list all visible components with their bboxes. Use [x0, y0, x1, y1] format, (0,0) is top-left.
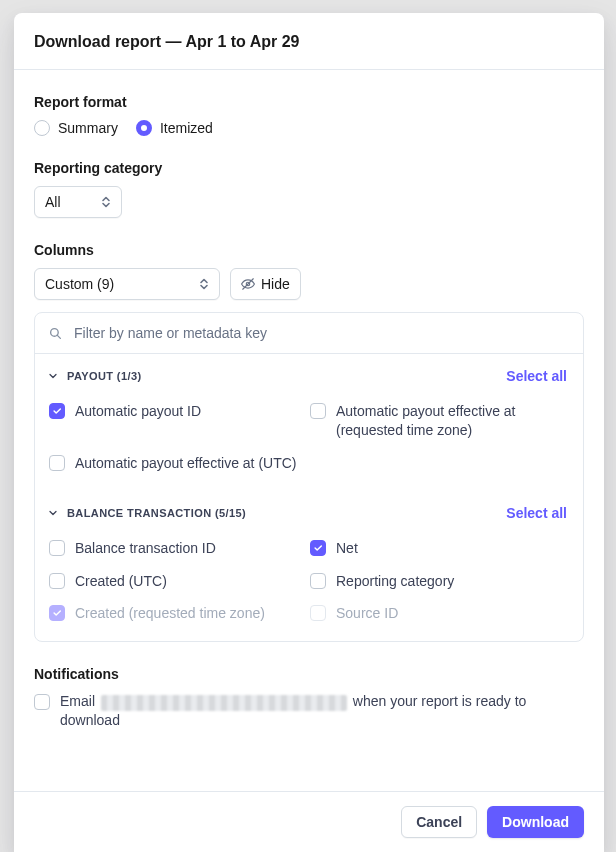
- hide-columns-button[interactable]: Hide: [230, 268, 301, 300]
- radio-summary[interactable]: Summary: [34, 120, 118, 136]
- columns-panel: PAYOUT (1/3) Select all Automatic payout…: [34, 312, 584, 642]
- checkbox-label: Balance transaction ID: [75, 539, 216, 558]
- search-icon: [49, 327, 62, 340]
- column-created-utc[interactable]: Created (UTC): [49, 572, 300, 591]
- radio-itemized-label: Itemized: [160, 120, 213, 136]
- checkbox[interactable]: [49, 605, 65, 621]
- notification-email-row[interactable]: Email when your report is ready to downl…: [34, 692, 584, 730]
- modal-footer: Cancel Download: [14, 791, 604, 852]
- column-created-rtz[interactable]: Created (requested time zone): [49, 604, 300, 623]
- group-header: PAYOUT (1/3) Select all: [43, 368, 567, 384]
- group-header: BALANCE TRANSACTION (5/15) Select all: [43, 505, 567, 521]
- checkbox-label: Source ID: [336, 604, 398, 623]
- report-format-section: Report format Summary Itemized: [34, 94, 584, 136]
- download-report-modal: Download report — Apr 1 to Apr 29 Report…: [14, 13, 604, 852]
- columns-select-value: Custom (9): [45, 276, 114, 292]
- radio-itemized[interactable]: Itemized: [136, 120, 213, 136]
- notifications-section: Notifications Email when your report is …: [34, 666, 584, 730]
- modal-header: Download report — Apr 1 to Apr 29: [14, 13, 604, 70]
- checkbox[interactable]: [49, 540, 65, 556]
- checkbox[interactable]: [310, 605, 326, 621]
- column-group-balance-transaction: BALANCE TRANSACTION (5/15) Select all Ba…: [35, 491, 583, 642]
- updown-caret-icon: [199, 278, 209, 290]
- column-automatic-payout-id[interactable]: Automatic payout ID: [49, 402, 300, 440]
- svg-line-3: [57, 335, 60, 338]
- modal-body: Report format Summary Itemized Reporting…: [14, 70, 604, 791]
- cancel-button[interactable]: Cancel: [401, 806, 477, 838]
- eye-off-icon: [241, 277, 255, 291]
- modal-title: Download report — Apr 1 to Apr 29: [34, 33, 584, 51]
- checkbox[interactable]: [49, 573, 65, 589]
- columns-filter-row: [35, 313, 583, 354]
- reporting-category-value: All: [45, 194, 61, 210]
- checkbox[interactable]: [49, 455, 65, 471]
- checkbox-label: Created (requested time zone): [75, 604, 265, 623]
- notification-text: Email when your report is ready to downl…: [60, 692, 584, 730]
- columns-label: Columns: [34, 242, 584, 258]
- columns-select[interactable]: Custom (9): [34, 268, 220, 300]
- chevron-down-icon[interactable]: [47, 370, 59, 382]
- column-automatic-payout-effective-rtz[interactable]: Automatic payout effective at (requested…: [310, 402, 561, 440]
- report-format-radios: Summary Itemized: [34, 120, 584, 136]
- column-reporting-category[interactable]: Reporting category: [310, 572, 561, 591]
- group-items: Automatic payout ID Automatic payout eff…: [43, 384, 567, 477]
- columns-section: Columns Custom (9) Hide: [34, 242, 584, 642]
- notifications-label: Notifications: [34, 666, 584, 682]
- column-source-id[interactable]: Source ID: [310, 604, 561, 623]
- group-items: Balance transaction ID Net: [43, 521, 567, 628]
- hide-button-label: Hide: [261, 276, 290, 292]
- column-group-payout: PAYOUT (1/3) Select all Automatic payout…: [35, 354, 583, 491]
- checkbox-label: Net: [336, 539, 358, 558]
- group-title: PAYOUT (1/3): [67, 370, 142, 382]
- reporting-category-label: Reporting category: [34, 160, 584, 176]
- column-net[interactable]: Net: [310, 539, 561, 558]
- redacted-email: [101, 695, 347, 711]
- updown-caret-icon: [101, 196, 111, 208]
- checkbox[interactable]: [49, 403, 65, 419]
- reporting-category-select[interactable]: All: [34, 186, 122, 218]
- checkbox-label: Automatic payout effective at (UTC): [75, 454, 297, 473]
- column-balance-transaction-id[interactable]: Balance transaction ID: [49, 539, 300, 558]
- checkbox[interactable]: [310, 573, 326, 589]
- download-button[interactable]: Download: [487, 806, 584, 838]
- checkbox-label: Automatic payout effective at (requested…: [336, 402, 561, 440]
- radio-summary-input[interactable]: [34, 120, 50, 136]
- select-all-link[interactable]: Select all: [506, 368, 567, 384]
- checkbox-label: Automatic payout ID: [75, 402, 201, 421]
- report-format-label: Report format: [34, 94, 584, 110]
- group-title: BALANCE TRANSACTION (5/15): [67, 507, 246, 519]
- checkbox[interactable]: [34, 694, 50, 710]
- notification-prefix: Email: [60, 693, 95, 709]
- chevron-down-icon[interactable]: [47, 507, 59, 519]
- checkbox[interactable]: [310, 403, 326, 419]
- columns-filter-input[interactable]: [72, 324, 569, 342]
- checkbox-label: Created (UTC): [75, 572, 167, 591]
- reporting-category-section: Reporting category All: [34, 160, 584, 218]
- checkbox[interactable]: [310, 540, 326, 556]
- select-all-link[interactable]: Select all: [506, 505, 567, 521]
- column-automatic-payout-effective-utc[interactable]: Automatic payout effective at (UTC): [49, 454, 300, 473]
- columns-controls: Custom (9) Hide: [34, 268, 584, 300]
- radio-itemized-input[interactable]: [136, 120, 152, 136]
- radio-summary-label: Summary: [58, 120, 118, 136]
- checkbox-label: Reporting category: [336, 572, 454, 591]
